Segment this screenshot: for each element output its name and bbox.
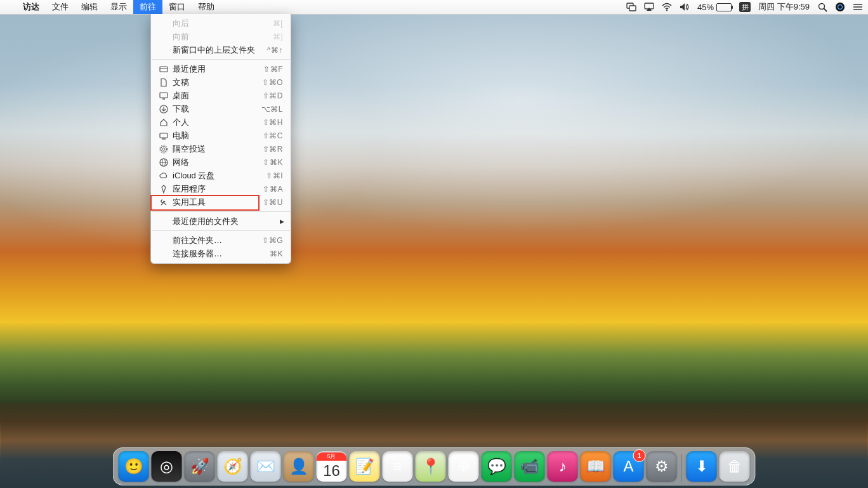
menu-item-label: 前往文件夹… — [173, 235, 257, 246]
spotlight-icon[interactable] — [817, 2, 827, 12]
wifi-icon[interactable] — [662, 2, 672, 12]
menu-item-前往文件夹…[interactable]: 前往文件夹…⇧⌘G — [151, 234, 291, 247]
svg-rect-15 — [160, 93, 168, 98]
dock-facetime[interactable]: 📹 — [515, 451, 545, 482]
applications-icon — [159, 184, 169, 194]
screen-mirroring-icon[interactable] — [626, 2, 636, 12]
menu-item-shortcut: ⇧⌘H — [263, 118, 283, 127]
apple-menu[interactable] — [0, 0, 16, 14]
menu-separator — [152, 59, 290, 60]
dock-reminders[interactable]: ≡ — [383, 451, 413, 482]
volume-icon[interactable] — [680, 2, 690, 12]
menu-separator — [152, 230, 290, 231]
notification-center-icon[interactable] — [853, 2, 863, 12]
svg-point-6 — [819, 3, 824, 9]
menu-item-shortcut: ⌥⌘L — [261, 105, 283, 114]
dock-contacts[interactable]: 👤 — [284, 451, 314, 482]
svg-point-20 — [162, 148, 165, 150]
menu-item-label: 应用程序 — [173, 183, 258, 195]
menu-窗口[interactable]: 窗口 — [162, 0, 192, 14]
svg-rect-18 — [160, 133, 168, 138]
menu-item-shortcut: ⇧⌘A — [263, 185, 283, 194]
menu-item-隔空投送[interactable]: 隔空投送⇧⌘R — [151, 142, 291, 155]
dock-launchpad[interactable]: 🚀 — [185, 451, 215, 482]
menu-item-文稿[interactable]: 文稿⇧⌘O — [151, 76, 291, 89]
dock-maps[interactable]: 📍 — [416, 451, 446, 482]
dock-ibooks[interactable]: 📖 — [581, 451, 611, 482]
menu-item-label: 桌面 — [173, 90, 258, 102]
icloud-icon — [159, 171, 169, 181]
clock[interactable]: 周四 下午9:59 — [758, 1, 810, 13]
menu-item-shortcut: ⌘K — [270, 249, 283, 258]
svg-line-7 — [824, 8, 827, 11]
svg-point-4 — [666, 10, 667, 11]
battery-icon — [716, 3, 732, 11]
menu-item-桌面[interactable]: 桌面⇧⌘D — [151, 89, 291, 102]
svg-point-21 — [161, 146, 167, 152]
dock-preferences[interactable]: ⚙ — [647, 451, 677, 482]
menu-前往[interactable]: 前往 — [133, 0, 162, 14]
dock-trash[interactable]: 🗑 — [720, 451, 750, 482]
menu-item-label: iCloud 云盘 — [173, 170, 261, 181]
battery-percent-label: 45% — [697, 3, 714, 12]
menu-bar: 访达 文件编辑显示前往窗口帮助 45% 拼 周四 下午9:59 — [0, 0, 868, 15]
menu-item-新窗口中的上层文件夹[interactable]: 新窗口中的上层文件夹^⌘↑ — [151, 43, 291, 56]
menu-item-label: 向后 — [173, 18, 268, 29]
menu-item-label: 实用工具 — [173, 197, 258, 208]
airplay-icon[interactable] — [644, 2, 654, 12]
computer-icon — [159, 131, 169, 141]
dock-downloads-stack[interactable]: ⬇ — [687, 451, 717, 482]
dock-itunes[interactable]: ♪ — [548, 451, 578, 482]
dock-notes[interactable]: 📝 — [350, 451, 380, 482]
menu-item-label: 个人 — [173, 117, 258, 128]
dock-safari[interactable]: 🧭 — [218, 451, 248, 482]
network-icon — [159, 157, 169, 168]
app-menu[interactable]: 访达 — [16, 0, 46, 14]
menu-item-label: 向前 — [173, 31, 268, 43]
menu-item-label: 连接服务器… — [173, 248, 265, 260]
svg-rect-13 — [160, 67, 168, 72]
siri-icon[interactable] — [835, 2, 845, 12]
menu-帮助[interactable]: 帮助 — [192, 0, 221, 14]
go-menu-dropdown: 向后⌘[向前⌘]新窗口中的上层文件夹^⌘↑最近使用⇧⌘F文稿⇧⌘O桌面⇧⌘D下载… — [150, 14, 291, 264]
menu-item-label: 电脑 — [173, 130, 258, 142]
menu-separator — [152, 211, 290, 212]
menu-item-实用工具[interactable]: 实用工具⇧⌘U — [151, 195, 291, 209]
dock-mail[interactable]: ✉️ — [251, 451, 281, 482]
desktop-wallpaper — [0, 14, 868, 488]
menu-显示[interactable]: 显示 — [104, 0, 133, 14]
utilities-icon — [159, 197, 169, 208]
menu-item-label: 网络 — [173, 157, 258, 168]
calendar-day-label: 16 — [323, 461, 340, 481]
dock-messages[interactable]: 💬 — [482, 451, 512, 482]
menu-item-最近使用[interactable]: 最近使用⇧⌘F — [151, 62, 291, 76]
menu-item-shortcut: ⇧⌘U — [263, 198, 283, 207]
svg-marker-5 — [680, 3, 685, 11]
menu-item-连接服务器…[interactable]: 连接服务器…⌘K — [151, 247, 291, 260]
menu-item-shortcut: ⇧⌘G — [262, 236, 283, 245]
recents-icon — [159, 64, 169, 74]
menu-item-label: 最近使用的文件夹 — [173, 216, 283, 227]
menu-文件[interactable]: 文件 — [46, 0, 75, 14]
menu-item-下载[interactable]: 下载⌥⌘L — [151, 102, 291, 115]
menu-item-shortcut: ⇧⌘O — [262, 78, 283, 87]
menu-item-应用程序[interactable]: 应用程序⇧⌘A — [151, 182, 291, 195]
menu-item-个人[interactable]: 个人⇧⌘H — [151, 115, 291, 129]
menu-item-电脑[interactable]: 电脑⇧⌘C — [151, 129, 291, 142]
dock-siri[interactable]: ◎ — [152, 451, 182, 482]
menu-item-iCloud 云盘[interactable]: iCloud 云盘⇧⌘I — [151, 169, 291, 182]
menu-item-shortcut: ^⌘↑ — [267, 46, 283, 55]
input-method-indicator[interactable]: 拼 — [739, 2, 751, 12]
battery-status[interactable]: 45% — [697, 3, 732, 12]
dock-finder[interactable]: 🙂 — [119, 451, 149, 482]
desktop-icon — [159, 91, 169, 101]
dock-photos[interactable]: ❊ — [449, 451, 479, 482]
documents-icon — [159, 77, 169, 88]
menu-item-最近使用的文件夹[interactable]: 最近使用的文件夹 — [151, 214, 291, 228]
menu-item-shortcut: ⇧⌘C — [263, 131, 283, 140]
menu-item-网络[interactable]: 网络⇧⌘K — [151, 155, 291, 169]
dock-appstore[interactable]: A1 — [614, 451, 644, 482]
menu-item-shortcut: ⇧⌘F — [263, 65, 283, 74]
menu-编辑[interactable]: 编辑 — [75, 0, 104, 14]
dock-calendar[interactable]: 5月16 — [317, 451, 347, 482]
